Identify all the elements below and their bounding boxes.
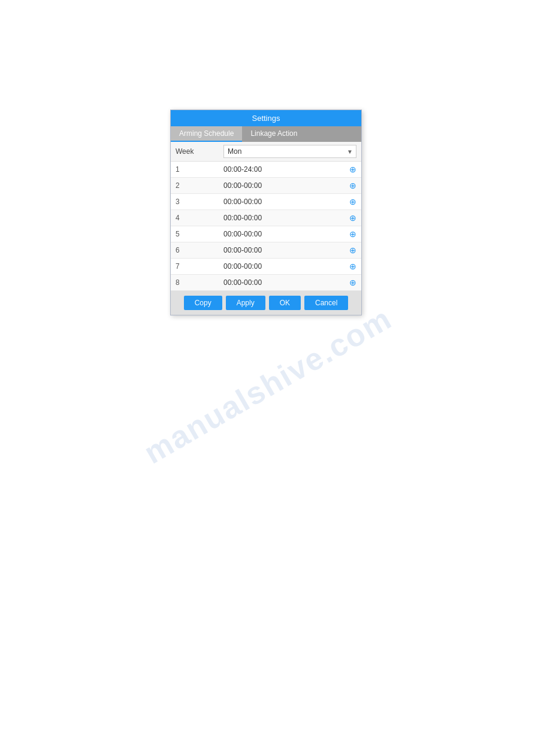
dialog-body: Week Mon Tue Wed Thu Fri Sat Sun ▼ 100:0… bbox=[171, 142, 361, 291]
schedule-table: 100:00-24:00⊕200:00-00:00⊕300:00-00:00⊕4… bbox=[171, 162, 361, 291]
table-row: 300:00-00:00⊕ bbox=[171, 194, 361, 210]
week-select-wrapper: Mon Tue Wed Thu Fri Sat Sun ▼ bbox=[223, 145, 356, 158]
edit-icon[interactable]: ⊕ bbox=[349, 245, 356, 255]
dialog-footer: Copy Apply OK Cancel bbox=[171, 291, 361, 315]
edit-icon[interactable]: ⊕ bbox=[349, 165, 356, 174]
table-row: 100:00-24:00⊕ bbox=[171, 162, 361, 178]
row-time: 00:00-24:00 bbox=[219, 162, 344, 178]
row-edit-cell: ⊕ bbox=[344, 194, 361, 210]
row-index: 2 bbox=[171, 178, 219, 194]
dialog-tabs: Arming Schedule Linkage Action bbox=[171, 126, 361, 142]
tab-arming-schedule[interactable]: Arming Schedule bbox=[171, 126, 242, 142]
row-time: 00:00-00:00 bbox=[219, 275, 344, 291]
edit-icon[interactable]: ⊕ bbox=[349, 262, 356, 271]
row-edit-cell: ⊕ bbox=[344, 259, 361, 275]
table-row: 500:00-00:00⊕ bbox=[171, 226, 361, 242]
row-index: 8 bbox=[171, 275, 219, 291]
row-edit-cell: ⊕ bbox=[344, 226, 361, 242]
edit-icon[interactable]: ⊕ bbox=[349, 278, 356, 287]
cancel-button[interactable]: Cancel bbox=[304, 296, 348, 310]
apply-button[interactable]: Apply bbox=[226, 296, 265, 310]
row-edit-cell: ⊕ bbox=[344, 162, 361, 178]
copy-button[interactable]: Copy bbox=[184, 296, 222, 310]
edit-icon[interactable]: ⊕ bbox=[349, 197, 356, 207]
table-row: 200:00-00:00⊕ bbox=[171, 178, 361, 194]
row-edit-cell: ⊕ bbox=[344, 275, 361, 291]
week-select[interactable]: Mon Tue Wed Thu Fri Sat Sun bbox=[223, 145, 356, 158]
ok-button[interactable]: OK bbox=[269, 296, 301, 310]
row-index: 7 bbox=[171, 259, 219, 275]
table-row: 700:00-00:00⊕ bbox=[171, 259, 361, 275]
watermark-text: manualshive.com bbox=[138, 300, 398, 470]
table-row: 800:00-00:00⊕ bbox=[171, 275, 361, 291]
settings-dialog: Settings Arming Schedule Linkage Action … bbox=[170, 110, 362, 315]
row-edit-cell: ⊕ bbox=[344, 178, 361, 194]
week-label: Week bbox=[176, 147, 223, 156]
row-index: 3 bbox=[171, 194, 219, 210]
edit-icon[interactable]: ⊕ bbox=[349, 213, 356, 223]
row-time: 00:00-00:00 bbox=[219, 178, 344, 194]
row-time: 00:00-00:00 bbox=[219, 226, 344, 242]
row-index: 4 bbox=[171, 210, 219, 226]
row-index: 6 bbox=[171, 242, 219, 259]
edit-icon[interactable]: ⊕ bbox=[349, 181, 356, 190]
row-time: 00:00-00:00 bbox=[219, 242, 344, 259]
table-row: 400:00-00:00⊕ bbox=[171, 210, 361, 226]
row-index: 1 bbox=[171, 162, 219, 178]
tab-linkage-action[interactable]: Linkage Action bbox=[242, 126, 306, 142]
row-time: 00:00-00:00 bbox=[219, 259, 344, 275]
row-index: 5 bbox=[171, 226, 219, 242]
row-edit-cell: ⊕ bbox=[344, 210, 361, 226]
edit-icon[interactable]: ⊕ bbox=[349, 229, 356, 239]
row-time: 00:00-00:00 bbox=[219, 194, 344, 210]
row-edit-cell: ⊕ bbox=[344, 242, 361, 259]
dialog-title: Settings bbox=[171, 110, 361, 126]
week-row: Week Mon Tue Wed Thu Fri Sat Sun ▼ bbox=[171, 142, 361, 162]
table-row: 600:00-00:00⊕ bbox=[171, 242, 361, 259]
row-time: 00:00-00:00 bbox=[219, 210, 344, 226]
